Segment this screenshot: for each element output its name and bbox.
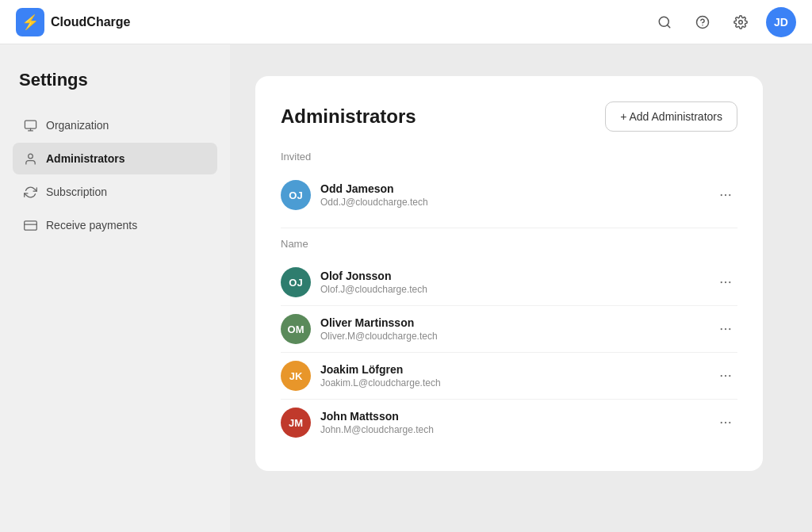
sidebar-item-label-administrators: Administrators: [46, 152, 125, 165]
avatar: OJ: [281, 180, 311, 210]
name-section-label: Name: [281, 238, 737, 250]
svg-point-4: [739, 20, 743, 24]
svg-point-10: [725, 194, 726, 196]
invited-list: OJ Odd Jameson Odd.J@cloudcharge.tech: [281, 172, 737, 218]
logo-area: ⚡ CloudCharge: [16, 8, 130, 36]
help-button[interactable]: [690, 10, 715, 35]
sidebar-item-label-subscription: Subscription: [46, 186, 107, 198]
app-name: CloudCharge: [51, 15, 130, 29]
topnav: ⚡ CloudCharge JD: [0, 0, 812, 44]
admin-email: John.M@cloudcharge.tech: [320, 424, 714, 435]
main-layout: Settings Organization Administrators: [0, 44, 812, 532]
avatar: OJ: [281, 267, 311, 297]
admin-info: John Mattsson John.M@cloudcharge.tech: [320, 410, 714, 435]
admin-info: Odd Jameson Odd.J@cloudcharge.tech: [320, 182, 714, 208]
admin-email: Joakim.L@cloudcharge.tech: [320, 377, 714, 388]
more-options-button[interactable]: [714, 364, 737, 388]
admin-name: Oliver Martinsson: [320, 316, 714, 329]
svg-rect-7: [24, 220, 36, 229]
svg-point-23: [729, 422, 730, 423]
ellipsis-icon: [718, 275, 733, 289]
avatar: JK: [281, 361, 311, 391]
sidebar-title: Settings: [13, 70, 217, 90]
list-item: OJ Olof Jonsson Olof.J@cloudcharge.tech: [281, 259, 737, 306]
organization-icon: [22, 117, 38, 133]
help-icon: [695, 15, 710, 29]
svg-point-12: [721, 281, 722, 283]
svg-point-15: [721, 328, 722, 330]
admin-info: Joakim Löfgren Joakim.L@cloudcharge.tech: [320, 363, 714, 388]
card-header: Administrators + Add Administrators: [281, 101, 737, 132]
sidebar: Settings Organization Administrators: [0, 44, 230, 532]
svg-point-20: [729, 375, 730, 377]
administrators-card: Administrators + Add Administrators Invi…: [255, 76, 763, 471]
svg-point-22: [725, 422, 726, 423]
more-options-button[interactable]: [714, 317, 737, 341]
content-area: Administrators + Add Administrators Invi…: [230, 44, 812, 532]
subscription-icon: [22, 184, 38, 200]
search-button[interactable]: [652, 10, 677, 35]
avatar: JM: [281, 408, 311, 438]
invited-section-label: Invited: [281, 151, 737, 163]
svg-point-17: [729, 328, 730, 330]
admin-name: John Mattsson: [320, 410, 714, 423]
admin-name: Joakim Löfgren: [320, 363, 714, 376]
nav-actions: JD: [652, 7, 796, 37]
svg-point-19: [725, 375, 726, 377]
admin-email: Odd.J@cloudcharge.tech: [320, 197, 714, 208]
administrators-icon: [22, 151, 38, 166]
ellipsis-icon: [718, 415, 733, 430]
receive-payments-icon: [22, 217, 38, 233]
svg-line-1: [667, 25, 669, 27]
ellipsis-icon: [718, 188, 733, 202]
sidebar-item-organization[interactable]: Organization: [13, 109, 217, 141]
ellipsis-icon: [718, 322, 733, 336]
sidebar-item-subscription[interactable]: Subscription: [13, 176, 217, 208]
admin-email: Olof.J@cloudcharge.tech: [320, 284, 714, 295]
sidebar-item-label-receive-payments: Receive payments: [46, 219, 137, 232]
admin-info: Olof Jonsson Olof.J@cloudcharge.tech: [320, 270, 714, 295]
admin-name: Odd Jameson: [320, 182, 714, 195]
add-administrators-button[interactable]: + Add Administrators: [605, 101, 737, 132]
more-options-button[interactable]: [714, 411, 737, 434]
svg-point-11: [729, 194, 730, 196]
search-icon: [657, 15, 672, 29]
admin-name: Olof Jonsson: [320, 270, 714, 282]
svg-point-21: [721, 422, 722, 423]
admins-list: OJ Olof Jonsson Olof.J@cloudcharge.tech …: [281, 259, 737, 446]
user-avatar-button[interactable]: JD: [766, 7, 796, 37]
svg-point-6: [28, 154, 33, 159]
avatar: OM: [281, 314, 311, 344]
admin-email: Oliver.M@cloudcharge.tech: [320, 331, 714, 342]
gear-icon: [733, 15, 748, 29]
section-divider: [281, 228, 737, 228]
svg-point-9: [721, 194, 722, 196]
ellipsis-icon: [718, 369, 733, 383]
svg-rect-5: [25, 121, 36, 128]
logo-icon: ⚡: [16, 8, 44, 36]
svg-point-16: [725, 328, 726, 330]
svg-point-13: [725, 281, 726, 283]
admin-info: Oliver Martinsson Oliver.M@cloudcharge.t…: [320, 316, 714, 342]
sidebar-item-administrators[interactable]: Administrators: [13, 143, 217, 174]
list-item: JM John Mattsson John.M@cloudcharge.tech: [281, 400, 737, 446]
list-item: OJ Odd Jameson Odd.J@cloudcharge.tech: [281, 172, 737, 218]
more-options-button[interactable]: [714, 183, 737, 207]
card-title: Administrators: [281, 105, 416, 128]
svg-point-18: [721, 375, 722, 377]
settings-button[interactable]: [728, 10, 753, 35]
sidebar-item-label-organization: Organization: [46, 119, 109, 132]
svg-point-14: [729, 281, 730, 283]
list-item: OM Oliver Martinsson Oliver.M@cloudcharg…: [281, 306, 737, 353]
more-options-button[interactable]: [714, 270, 737, 294]
list-item: JK Joakim Löfgren Joakim.L@cloudcharge.t…: [281, 353, 737, 400]
sidebar-item-receive-payments[interactable]: Receive payments: [13, 209, 217, 241]
